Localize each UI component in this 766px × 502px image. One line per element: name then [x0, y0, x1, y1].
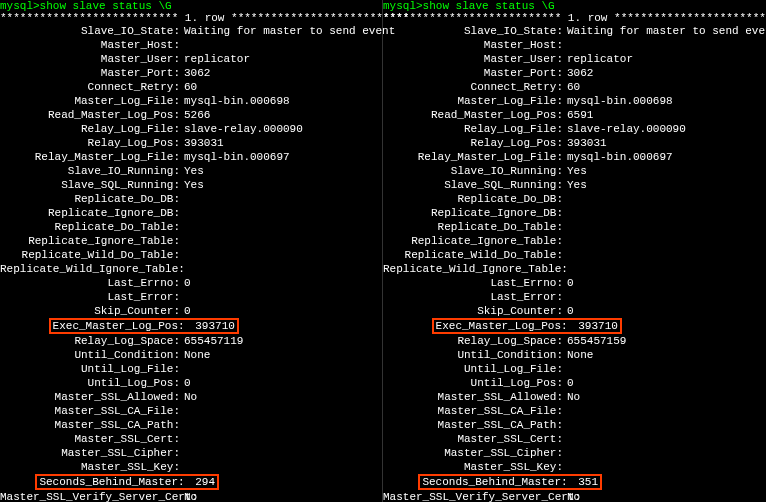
field-value [180, 235, 184, 247]
field-value: None [180, 349, 210, 361]
field-row: Skip_Counter:0 [383, 304, 766, 318]
field-key: Slave_SQL_Running: [0, 178, 180, 192]
field-key: Master_Host: [0, 38, 180, 52]
field-value: Yes [180, 179, 204, 191]
field-row: Master_User:replicator [0, 52, 382, 66]
field-key: Relay_Log_Pos: [0, 136, 180, 150]
field-value: slave-relay.000090 [180, 123, 303, 135]
field-key: Master_SSL_Cert: [0, 432, 180, 446]
field-value [563, 221, 567, 233]
field-key: Master_SSL_Key: [383, 460, 563, 474]
field-key: Connect_Retry: [383, 80, 563, 94]
field-value [180, 207, 184, 219]
field-row: Master_Port:3062 [0, 66, 382, 80]
field-key: Replicate_Ignore_DB: [383, 206, 563, 220]
field-key: Skip_Counter: [383, 304, 563, 318]
field-value: None [563, 349, 593, 361]
field-row: Last_Error: [383, 290, 766, 304]
field-key: Slave_SQL_Running: [383, 178, 563, 192]
field-row: Master_Host: [0, 38, 382, 52]
field-row: Replicate_Ignore_Table: [0, 234, 382, 248]
field-value [180, 263, 184, 275]
field-row: Master_SSL_CA_File: [0, 404, 382, 418]
field-value: 655457119 [180, 335, 243, 347]
field-key: Slave_IO_State: [0, 24, 180, 38]
field-key: Master_SSL_CA_Path: [383, 418, 563, 432]
field-key: Replicate_Do_DB: [0, 192, 180, 206]
field-key: Last_Error: [0, 290, 180, 304]
field-value: Yes [563, 179, 587, 191]
field-key: Read_Master_Log_Pos: [383, 108, 563, 122]
field-row-highlighted: Seconds_Behind_Master: 294 [0, 474, 382, 490]
field-value [563, 249, 567, 261]
field-value [180, 221, 184, 233]
field-row: Relay_Log_Pos:393031 [383, 136, 766, 150]
field-value [180, 39, 264, 51]
field-row: Replicate_Do_DB: [383, 192, 766, 206]
field-value [180, 405, 184, 417]
field-row: Replicate_Do_Table: [0, 220, 382, 234]
field-row: Replicate_Ignore_DB: [383, 206, 766, 220]
field-value: replicator [563, 53, 633, 65]
field-row: Master_Host: [383, 38, 766, 52]
field-key: Master_SSL_CA_Path: [0, 418, 180, 432]
field-value: 60 [563, 81, 580, 93]
field-value: 0 [563, 377, 574, 389]
field-row: Master_SSL_Key: [383, 460, 766, 474]
field-value: 393710 [185, 320, 235, 332]
field-row: Read_Master_Log_Pos:6591 [383, 108, 766, 122]
field-value: slave-relay.000090 [563, 123, 686, 135]
field-key: Last_Error: [383, 290, 563, 304]
field-row: Replicate_Do_DB: [0, 192, 382, 206]
field-row: Master_SSL_Verify_Server_Cert:No [383, 490, 766, 502]
field-key: Seconds_Behind_Master: [422, 476, 567, 488]
field-value [563, 419, 567, 431]
field-row: Relay_Log_Space:655457119 [0, 334, 382, 348]
field-key: Master_Log_File: [383, 94, 563, 108]
command-text: show slave status \G [423, 0, 555, 12]
field-row-highlighted: Exec_Master_Log_Pos: 393710 [0, 318, 382, 334]
field-key: Master_SSL_Verify_Server_Cert: [383, 490, 563, 502]
field-value [563, 291, 567, 303]
row-separator: *************************** 1. row *****… [383, 12, 766, 24]
field-value [180, 363, 184, 375]
field-value [563, 263, 567, 275]
field-key: Slave_IO_State: [383, 24, 563, 38]
field-value: 393031 [563, 137, 607, 149]
field-row: Read_Master_Log_Pos:5266 [0, 108, 382, 122]
field-row: Master_SSL_CA_File: [383, 404, 766, 418]
field-key: Relay_Log_Space: [383, 334, 563, 348]
field-value: 393031 [180, 137, 224, 149]
highlight-seconds-behind-master: Seconds_Behind_Master: 351 [418, 474, 602, 490]
field-key: Slave_IO_Running: [0, 164, 180, 178]
field-row: Connect_Retry:60 [383, 80, 766, 94]
field-value [563, 207, 567, 219]
field-row: Until_Condition:None [383, 348, 766, 362]
highlight-seconds-behind-master: Seconds_Behind_Master: 294 [35, 474, 219, 490]
field-row: Master_SSL_Cert: [0, 432, 382, 446]
field-value [180, 433, 184, 445]
field-value: 393710 [568, 320, 618, 332]
field-value: replicator [180, 53, 250, 65]
field-key: Master_SSL_Cipher: [383, 446, 563, 460]
field-key: Replicate_Do_DB: [383, 192, 563, 206]
field-row: Last_Errno:0 [383, 276, 766, 290]
field-key: Read_Master_Log_Pos: [0, 108, 180, 122]
field-value: Yes [563, 165, 587, 177]
field-key: Relay_Log_Space: [0, 334, 180, 348]
field-row: Master_SSL_Cipher: [0, 446, 382, 460]
field-row: Master_SSL_Cipher: [383, 446, 766, 460]
field-value: 0 [180, 377, 191, 389]
field-key: Master_SSL_Allowed: [383, 390, 563, 404]
field-row: Connect_Retry:60 [0, 80, 382, 94]
field-row: Slave_IO_State:Waiting for master to sen… [383, 24, 766, 38]
field-key: Until_Log_File: [383, 362, 563, 376]
field-value [563, 39, 647, 51]
field-key: Master_Host: [383, 38, 563, 52]
field-value [180, 447, 184, 459]
field-value [180, 461, 184, 473]
terminal-left: mysql>show slave status \G *************… [0, 0, 383, 502]
field-value: 6591 [563, 109, 593, 121]
field-key: Master_Log_File: [0, 94, 180, 108]
field-row: Replicate_Wild_Ignore_Table: [0, 262, 382, 276]
